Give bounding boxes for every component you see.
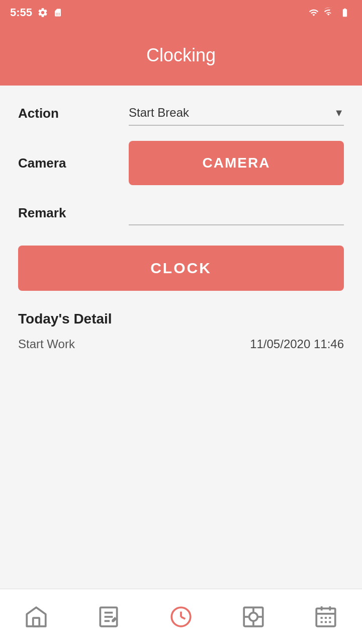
clock-icon (168, 604, 194, 629)
nav-item-clock[interactable] (145, 604, 217, 629)
status-bar: 5:55 (0, 0, 362, 25)
remark-row: Remark (18, 200, 344, 225)
action-label: Action (18, 106, 129, 121)
nav-item-form[interactable] (72, 604, 145, 629)
status-left: 5:55 (10, 6, 62, 19)
svg-rect-0 (33, 618, 40, 626)
home-icon (24, 604, 49, 629)
detail-row-0: Start Work 11/05/2020 11:46 (18, 337, 344, 351)
action-dropdown-value: Start Break (129, 106, 189, 120)
todays-detail-title: Today's Detail (18, 311, 344, 327)
nav-item-report[interactable] (217, 604, 290, 629)
bottom-nav (0, 589, 362, 644)
settings-icon (37, 7, 48, 18)
camera-row: Camera CAMERA (18, 141, 344, 185)
action-dropdown[interactable]: Start Break ▼ (129, 101, 344, 126)
wifi-icon (308, 8, 320, 18)
form-icon (96, 604, 121, 629)
main-content: Action Start Break ▼ Camera CAMERA Remar… (0, 86, 362, 589)
remark-input-wrapper (129, 200, 344, 225)
detail-label-0: Start Work (18, 337, 75, 351)
page-title: Clocking (146, 45, 216, 66)
action-dropdown-wrapper[interactable]: Start Break ▼ (129, 101, 344, 126)
svg-point-9 (249, 612, 258, 621)
clock-button[interactable]: CLOCK (18, 246, 344, 291)
detail-value-0: 11/05/2020 11:46 (250, 337, 344, 351)
action-row: Action Start Break ▼ (18, 101, 344, 126)
camera-label: Camera (18, 155, 129, 171)
sim-icon (53, 7, 62, 18)
status-time: 5:55 (10, 6, 32, 19)
camera-button[interactable]: CAMERA (129, 141, 344, 185)
report-icon (241, 604, 266, 629)
remark-label: Remark (18, 205, 129, 221)
camera-button-wrapper: CAMERA (129, 141, 344, 185)
signal-icon (324, 8, 334, 18)
nav-item-calendar[interactable] (290, 604, 362, 629)
app-header: Clocking (0, 25, 362, 86)
remark-input[interactable] (129, 200, 344, 225)
nav-item-home[interactable] (0, 604, 72, 629)
calendar-icon (313, 604, 338, 629)
status-right (308, 8, 352, 18)
svg-line-7 (181, 617, 185, 619)
chevron-down-icon: ▼ (334, 107, 344, 119)
battery-icon (338, 8, 352, 18)
todays-detail-section: Today's Detail Start Work 11/05/2020 11:… (18, 311, 344, 351)
